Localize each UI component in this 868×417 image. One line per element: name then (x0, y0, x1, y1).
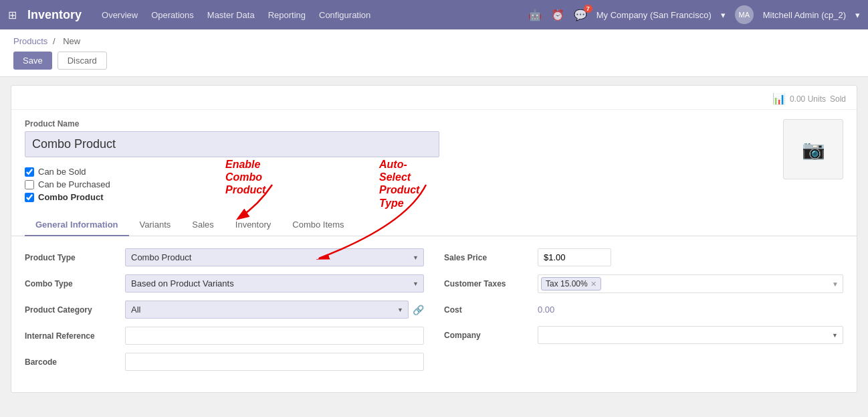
barcode-row: Barcode (25, 353, 424, 371)
cost-value: 0.00 (538, 301, 554, 318)
customer-taxes-label: Customer Taxes (444, 279, 531, 288)
barcode-input[interactable] (125, 353, 424, 371)
breadcrumb-bar: Products / New Save Discard (0, 29, 868, 77)
app-name: Inventory (27, 8, 82, 22)
nav-configuration[interactable]: Configuration (319, 7, 370, 23)
breadcrumb-current: New (63, 36, 80, 46)
breadcrumb: Products / New (13, 36, 855, 46)
cost-row: Cost 0.00 (444, 301, 843, 318)
company-select[interactable] (538, 326, 843, 344)
stat-label: Sold (830, 94, 846, 104)
user-chevron-icon: ▾ (855, 10, 860, 20)
nav-operations[interactable]: Operations (151, 7, 194, 23)
combo-product-row: Combo Product (25, 192, 770, 202)
combo-type-field: Based on Product Variants (125, 274, 424, 293)
product-image[interactable]: 📷 (783, 119, 843, 179)
product-type-row: Product Type Combo Product (25, 248, 424, 266)
save-button[interactable]: Save (13, 52, 52, 70)
can-be-sold-checkbox[interactable] (25, 167, 34, 177)
can-be-purchased-label: Can be Purchased (38, 179, 110, 189)
checkboxes: Can be Sold Can be Purchased Combo Produ… (25, 167, 770, 202)
company-label: Company (444, 331, 531, 340)
customer-taxes-row: Customer Taxes Tax 15.00% ✕ ▼ (444, 274, 843, 293)
combo-type-row: Combo Type Based on Product Variants (25, 274, 424, 293)
product-type-select[interactable]: Combo Product (125, 248, 424, 266)
sales-price-row: Sales Price (444, 248, 843, 266)
sales-price-input[interactable] (538, 248, 611, 266)
chevron-down-icon: ▾ (721, 10, 726, 20)
nav-menu: Overview Operations Master Data Reportin… (102, 7, 528, 23)
tab-combo-items[interactable]: Combo Items (282, 214, 354, 236)
product-type-label: Product Type (25, 253, 118, 262)
combo-type-label: Combo Type (25, 279, 118, 288)
form-fields: Product Type Combo Product Combo Type Ba… (11, 236, 857, 392)
stat-value: 0.00 Units (790, 94, 826, 104)
nav-master-data[interactable]: Master Data (207, 7, 255, 23)
discard-button[interactable]: Discard (58, 52, 107, 70)
can-be-sold-row: Can be Sold (25, 167, 770, 177)
product-type-field: Combo Product (125, 248, 424, 266)
tax-dropdown-arrow: ▼ (832, 280, 839, 288)
user-name[interactable]: Mitchell Admin (cp_2) (763, 10, 846, 20)
internal-reference-label: Internal Reference (25, 331, 118, 341)
main-content: 📊 0.00 Units Sold Product Name Can be So… (0, 77, 868, 417)
product-header: Product Name Can be Sold Can be Purchase… (11, 110, 857, 205)
combo-product-checkbox[interactable] (25, 193, 34, 202)
tab-general-information[interactable]: General Information (25, 214, 129, 236)
tab-sales[interactable]: Sales (181, 214, 225, 236)
sales-price-label: Sales Price (444, 253, 531, 262)
tabs: General Information Variants Sales Inven… (11, 214, 857, 236)
topnav-right: 🤖 ⏰ 💬 7 My Company (San Francisco) ▾ MA … (528, 5, 860, 24)
internal-reference-row: Internal Reference (25, 327, 424, 345)
product-category-select[interactable]: All (125, 301, 409, 319)
cost-label: Cost (444, 305, 531, 315)
combo-product-label: Combo Product (38, 192, 104, 202)
breadcrumb-sep: / (53, 36, 58, 46)
internal-reference-field (125, 327, 424, 345)
can-be-sold-label: Can be Sold (38, 167, 86, 177)
can-be-purchased-row: Can be Purchased (25, 179, 770, 189)
internal-reference-input[interactable] (125, 327, 424, 345)
nav-reporting[interactable]: Reporting (268, 7, 306, 23)
robot-icon[interactable]: 🤖 (528, 9, 542, 21)
tax-tag-remove[interactable]: ✕ (590, 280, 596, 288)
breadcrumb-parent[interactable]: Products (13, 36, 47, 46)
action-buttons: Save Discard (13, 52, 855, 76)
product-name-label: Product Name (25, 119, 770, 129)
product-category-row: Product Category All 🔗 (25, 301, 424, 319)
product-category-select-wrapper: All (125, 301, 409, 319)
product-name-input[interactable] (25, 131, 439, 157)
form-col-left: Product Type Combo Product Combo Type Ba… (25, 248, 424, 379)
avatar[interactable]: MA (735, 5, 754, 24)
barcode-field (125, 353, 424, 371)
chat-badge: 7 (584, 5, 592, 13)
chat-icon-wrap[interactable]: 💬 7 (574, 9, 587, 21)
company-row: Company (444, 326, 843, 344)
product-category-field: All 🔗 (125, 301, 424, 319)
external-link-icon[interactable]: 🔗 (413, 305, 424, 315)
tax-tag: Tax 15.00% ✕ (541, 277, 601, 290)
can-be-purchased-checkbox[interactable] (25, 180, 34, 189)
units-sold-stat: 📊 0.00 Units Sold (772, 92, 846, 105)
form-card: 📊 0.00 Units Sold Product Name Can be So… (11, 85, 857, 393)
tab-variants[interactable]: Variants (129, 214, 182, 236)
bar-chart-icon: 📊 (772, 92, 786, 105)
camera-icon: 📷 (802, 139, 825, 161)
product-category-label: Product Category (25, 305, 118, 315)
customer-taxes-field[interactable]: Tax 15.00% ✕ ▼ (538, 274, 843, 293)
company-field (538, 326, 843, 344)
barcode-label: Barcode (25, 357, 118, 367)
company-name[interactable]: My Company (San Francisco) (596, 10, 712, 20)
clock-icon[interactable]: ⏰ (551, 9, 564, 21)
nav-overview[interactable]: Overview (102, 7, 138, 23)
tab-inventory[interactable]: Inventory (225, 214, 282, 236)
grid-icon[interactable]: ⊞ (8, 9, 17, 21)
product-header-left: Product Name Can be Sold Can be Purchase… (25, 119, 770, 205)
topnav: ⊞ Inventory Overview Operations Master D… (0, 0, 868, 29)
combo-type-select[interactable]: Based on Product Variants (125, 274, 424, 293)
stats-bar: 📊 0.00 Units Sold (11, 86, 857, 110)
form-col-right: Sales Price Customer Taxes Tax 15.00% ✕ … (444, 248, 843, 379)
tax-tag-label: Tax 15.00% (546, 279, 588, 288)
